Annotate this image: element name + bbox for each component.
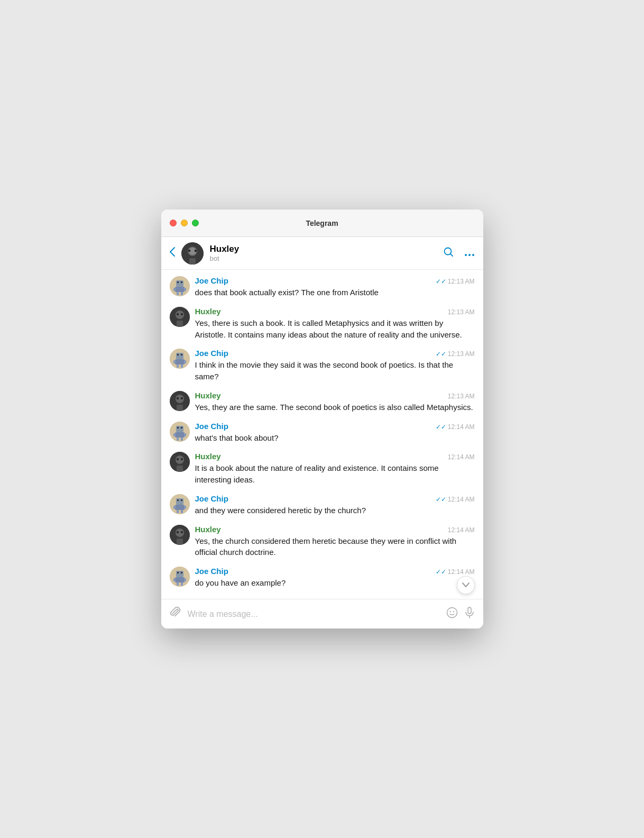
svg-rect-15	[173, 288, 176, 291]
svg-point-21	[177, 313, 179, 315]
message-text: does that book actually exist? The one f…	[195, 287, 475, 298]
message-content: Huxley 12:13 AM Yes, there is such a boo…	[195, 307, 475, 341]
read-receipt: ✓✓	[436, 350, 446, 358]
svg-rect-55	[181, 499, 182, 501]
minimize-button[interactable]	[181, 220, 188, 226]
message-text: Yes, they are the same. The second book …	[195, 402, 475, 413]
message-content: Huxley 12:14 AM Yes, the church consider…	[195, 525, 475, 559]
message-content: Joe Chip ✓✓ 12:14 AM do you have an exam…	[195, 567, 475, 589]
app-title: Telegram	[306, 219, 338, 227]
svg-rect-68	[177, 572, 179, 573]
svg-rect-14	[175, 287, 185, 292]
message-content: Huxley 12:13 AM Yes, they are the same. …	[195, 391, 475, 413]
svg-rect-57	[173, 506, 176, 509]
scroll-to-bottom-button[interactable]	[457, 576, 475, 594]
sender-name: Huxley	[195, 452, 221, 461]
message-input[interactable]	[188, 609, 440, 619]
svg-point-49	[177, 458, 179, 460]
huxley-avatar	[170, 452, 190, 472]
joe-avatar	[170, 567, 190, 587]
svg-rect-37	[177, 405, 183, 411]
message-header: Joe Chip ✓✓ 12:14 AM	[195, 494, 475, 503]
svg-rect-45	[177, 438, 179, 441]
svg-rect-16	[184, 288, 186, 291]
sender-name: Joe Chip	[195, 422, 228, 431]
svg-rect-56	[175, 505, 185, 510]
svg-rect-12	[177, 281, 179, 283]
close-button[interactable]	[170, 220, 177, 226]
message-text: It is a book about the nature of reality…	[195, 462, 475, 486]
read-receipt: ✓✓	[436, 496, 446, 503]
messages-area[interactable]: Joe Chip ✓✓ 12:13 AM does that book actu…	[161, 270, 483, 599]
svg-rect-46	[181, 438, 183, 441]
message-row: Joe Chip ✓✓ 12:14 AM do you have an exam…	[170, 567, 475, 589]
message-row: Joe Chip ✓✓ 12:13 AM does that book actu…	[170, 276, 475, 298]
svg-point-50	[181, 458, 183, 460]
joe-avatar	[170, 349, 190, 369]
message-text: do you have an example?	[195, 577, 475, 589]
message-text: Yes, there is such a book. It is called …	[195, 317, 475, 341]
message-time: ✓✓ 12:13 AM	[436, 278, 475, 285]
svg-point-35	[177, 397, 179, 399]
read-receipt: ✓✓	[436, 423, 446, 431]
joe-avatar	[170, 422, 190, 442]
svg-rect-39	[176, 426, 183, 432]
svg-rect-4	[195, 250, 197, 252]
svg-point-77	[453, 611, 454, 612]
message-time: 12:13 AM	[448, 393, 475, 400]
search-icon[interactable]	[443, 247, 454, 260]
sender-name: Huxley	[195, 525, 221, 534]
message-time: ✓✓ 12:14 AM	[436, 568, 475, 576]
message-content: Joe Chip ✓✓ 12:14 AM and they were consi…	[195, 494, 475, 516]
svg-point-36	[181, 397, 183, 399]
svg-rect-78	[468, 607, 471, 614]
svg-rect-3	[188, 250, 190, 252]
sender-name: Huxley	[195, 307, 221, 316]
emoji-icon[interactable]	[446, 607, 458, 622]
message-time: 12:13 AM	[448, 308, 475, 316]
huxley-avatar-image	[181, 242, 204, 265]
attachment-icon[interactable]	[170, 607, 181, 622]
message-row: Huxley 12:14 AM It is a book about the n…	[170, 452, 475, 486]
message-header: Joe Chip ✓✓ 12:14 AM	[195, 567, 475, 576]
svg-rect-28	[175, 359, 185, 365]
chat-header: Huxley bot	[161, 237, 483, 270]
read-receipt: ✓✓	[436, 278, 446, 285]
fullscreen-button[interactable]	[192, 220, 199, 226]
svg-rect-54	[177, 499, 179, 501]
svg-rect-23	[177, 321, 183, 327]
svg-rect-74	[181, 582, 183, 586]
traffic-lights	[170, 220, 199, 226]
back-button[interactable]	[170, 247, 175, 259]
input-area	[161, 599, 483, 629]
svg-point-9	[472, 254, 474, 256]
svg-rect-30	[184, 360, 186, 363]
huxley-avatar	[170, 307, 190, 327]
svg-rect-72	[184, 578, 186, 581]
message-row: Joe Chip ✓✓ 12:14 AM and they were consi…	[170, 494, 475, 516]
svg-rect-58	[184, 506, 186, 509]
message-header: Huxley 12:13 AM	[195, 307, 475, 316]
joe-avatar	[170, 494, 190, 514]
svg-rect-17	[177, 292, 179, 295]
svg-point-75	[447, 607, 457, 617]
message-header: Joe Chip ✓✓ 12:14 AM	[195, 422, 475, 431]
svg-rect-18	[181, 292, 183, 295]
header-actions	[443, 247, 475, 260]
message-text: Yes, the church considered them heretic …	[195, 535, 475, 559]
svg-rect-53	[176, 498, 183, 505]
message-content: Joe Chip ✓✓ 12:13 AM does that book actu…	[195, 276, 475, 298]
svg-rect-70	[175, 577, 185, 582]
message-row: Joe Chip ✓✓ 12:14 AM what's that book ab…	[170, 422, 475, 444]
message-text: and they were considered heretic by the …	[195, 505, 475, 516]
contact-status: bot	[210, 254, 443, 262]
contact-info: Huxley bot	[210, 244, 443, 262]
svg-rect-59	[177, 510, 179, 513]
contact-name: Huxley	[210, 244, 443, 254]
svg-rect-73	[177, 582, 179, 586]
svg-rect-51	[177, 466, 183, 472]
microphone-icon[interactable]	[464, 607, 475, 622]
message-time: 12:14 AM	[448, 453, 475, 461]
message-header: Joe Chip ✓✓ 12:13 AM	[195, 349, 475, 358]
more-options-icon[interactable]	[464, 247, 475, 259]
